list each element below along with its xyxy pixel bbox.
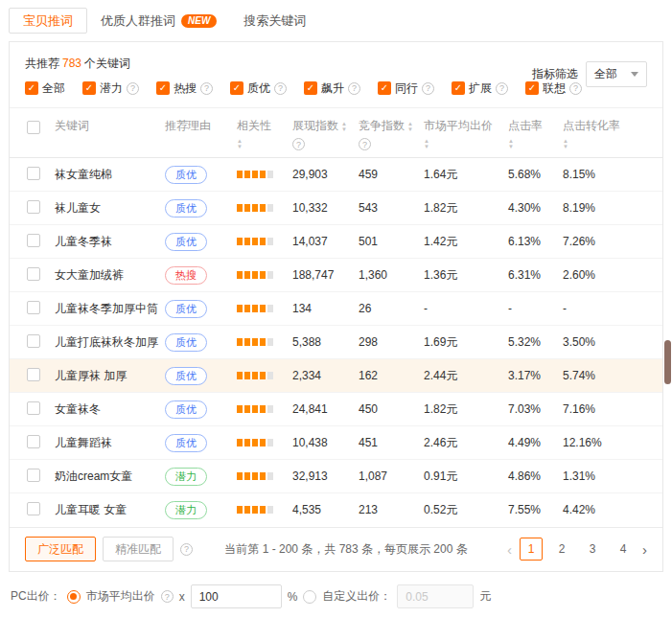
competition: 26 — [359, 302, 371, 315]
sort-icon[interactable]: ▲▼ — [563, 138, 568, 149]
row-checkbox[interactable] — [27, 435, 40, 448]
row-checkbox[interactable] — [27, 401, 40, 415]
multiplier-input[interactable] — [191, 584, 282, 608]
row-checkbox[interactable] — [27, 267, 40, 281]
summary-prefix: 共推荐 — [25, 57, 59, 70]
row-checkbox[interactable] — [27, 469, 40, 482]
bid-info-icon[interactable]: ? — [161, 590, 174, 603]
page-1[interactable]: 1 — [520, 538, 543, 561]
exact-match-button[interactable]: 精准匹配 — [103, 537, 174, 561]
pc-bid-label: PC出价： — [11, 588, 61, 605]
tab-1[interactable]: 宝贝推词 — [9, 8, 87, 34]
custom-price-input[interactable] — [397, 584, 474, 608]
checkbox[interactable]: ✓ — [452, 81, 465, 95]
table-row[interactable]: 袜女童纯棉质优29,9034591.64元5.68%8.15% — [10, 158, 662, 192]
row-checkbox[interactable] — [27, 200, 40, 214]
checkbox[interactable]: ✓ — [378, 81, 391, 95]
filter-option[interactable]: ✓全部 — [25, 80, 65, 97]
relevance-bar — [252, 238, 258, 245]
relevance-bar — [267, 506, 273, 514]
relevance-bar — [252, 405, 258, 413]
sort-icon[interactable]: ▲▼ — [508, 138, 514, 149]
cvr-cell: 8.19% — [563, 192, 662, 225]
table-row[interactable]: 女童袜冬质优24,8414501.82元7.03%7.16% — [10, 393, 662, 426]
relevance-bars — [237, 472, 273, 480]
row-checkbox[interactable] — [27, 167, 40, 180]
filter-option[interactable]: ✓飙升? — [304, 80, 360, 97]
relevance-cell — [237, 158, 292, 192]
impressions-cell: 10,438 — [292, 426, 359, 460]
page-4[interactable]: 4 — [612, 538, 635, 561]
checkbox[interactable]: ✓ — [304, 81, 317, 95]
custom-price-radio[interactable] — [303, 590, 316, 604]
table-row[interactable]: 儿童耳暖 女童潜力4,5352130.52元7.55%4.42% — [10, 493, 662, 527]
checkbox[interactable]: ✓ — [25, 81, 38, 95]
avg-price: 0.91元 — [424, 469, 457, 483]
sort-icon[interactable]: ▲▼ — [341, 121, 347, 132]
sort-icon[interactable]: ▲▼ — [237, 138, 243, 149]
row-checkbox[interactable] — [27, 334, 40, 348]
relevance-bar — [267, 372, 273, 379]
table-row[interactable]: 儿童冬季袜质优14,0375011.42元6.13%7.26% — [10, 225, 662, 259]
avg-price: 1.64元 — [424, 168, 457, 181]
market-price-radio[interactable] — [67, 590, 81, 604]
impressions: 188,747 — [292, 268, 334, 282]
info-icon[interactable]: ? — [422, 82, 434, 95]
relevance-bar — [237, 472, 243, 480]
column-header-icons: ▲▼ — [563, 138, 657, 149]
info-icon[interactable]: ? — [496, 82, 508, 95]
broad-match-button[interactable]: 广泛匹配 — [25, 537, 96, 561]
sort-icon[interactable]: ▲▼ — [424, 138, 429, 149]
cvr: 8.19% — [563, 201, 595, 215]
table-row[interactable]: 奶油cream女童潜力32,9131,0870.91元4.86%1.31% — [10, 460, 662, 493]
page-2[interactable]: 2 — [550, 538, 573, 561]
checkbox[interactable]: ✓ — [82, 81, 96, 95]
relevance-bar — [237, 271, 243, 279]
info-icon[interactable]: ? — [359, 138, 371, 150]
table-row[interactable]: 儿童打底袜秋冬加厚质优5,3882981.69元5.32%3.50% — [10, 326, 662, 359]
relevance-bar — [267, 405, 273, 413]
table-row[interactable]: 女大童加绒裤热搜188,7471,3601.36元6.31%2.60% — [10, 259, 662, 292]
filter-option[interactable]: ✓质优? — [230, 80, 287, 97]
info-icon[interactable]: ? — [200, 82, 213, 95]
tab-2[interactable]: 优质人群推词NEW — [87, 8, 230, 34]
table-row[interactable]: 儿童袜冬季加厚中筒质优13426--- — [10, 292, 662, 326]
filter-option[interactable]: ✓潜力? — [82, 80, 139, 97]
reason-badge: 质优 — [165, 333, 207, 352]
ctr-cell: 6.31% — [508, 259, 563, 292]
table-row[interactable]: 袜儿童女质优10,3325431.82元4.30%8.19% — [10, 192, 662, 225]
tab-3[interactable]: 搜索关键词 — [230, 8, 319, 34]
row-checkbox[interactable] — [27, 502, 40, 515]
sort-icon[interactable]: ▲▼ — [407, 121, 413, 132]
checkbox[interactable]: ✓ — [230, 81, 243, 95]
info-icon[interactable]: ? — [127, 82, 139, 95]
reason-badge: 质优 — [165, 367, 207, 385]
avg-price-cell: 2.46元 — [424, 426, 508, 460]
select-all-checkbox[interactable] — [27, 121, 40, 134]
impressions: 2,334 — [292, 369, 321, 382]
table-row[interactable]: 儿童厚袜 加厚质优2,3341622.44元3.17%5.74% — [10, 359, 662, 393]
relevance-bar — [252, 338, 258, 346]
column-header-line: 竞争指数▲▼ — [359, 118, 418, 134]
row-checkbox[interactable] — [27, 368, 40, 381]
reason-cell: 潜力 — [165, 460, 237, 493]
match-info-icon[interactable]: ? — [180, 543, 193, 556]
scrollbar-thumb[interactable] — [664, 340, 671, 384]
avg-price-cell: 0.52元 — [424, 493, 508, 527]
info-icon[interactable]: ? — [348, 82, 360, 95]
info-icon[interactable]: ? — [274, 82, 287, 95]
info-icon[interactable]: ? — [292, 138, 305, 150]
competition-cell: 1,087 — [359, 460, 424, 493]
metric-filter-select[interactable]: 全部 — [586, 61, 647, 87]
page-3[interactable]: 3 — [581, 538, 604, 561]
filter-option[interactable]: ✓扩展? — [452, 80, 508, 97]
filter-option[interactable]: ✓同行? — [378, 80, 434, 97]
table-row[interactable]: 儿童舞蹈袜质优10,4384512.46元4.49%12.16% — [10, 426, 662, 460]
row-checkbox[interactable] — [27, 234, 40, 247]
next-page-icon[interactable]: › — [642, 542, 647, 557]
ctr: 3.17% — [508, 369, 541, 382]
checkbox[interactable]: ✓ — [156, 81, 170, 95]
row-checkbox[interactable] — [27, 301, 40, 314]
filter-option[interactable]: ✓热搜? — [156, 80, 213, 97]
table-body: 袜女童纯棉质优29,9034591.64元5.68%8.15%袜儿童女质优10,… — [10, 158, 662, 527]
